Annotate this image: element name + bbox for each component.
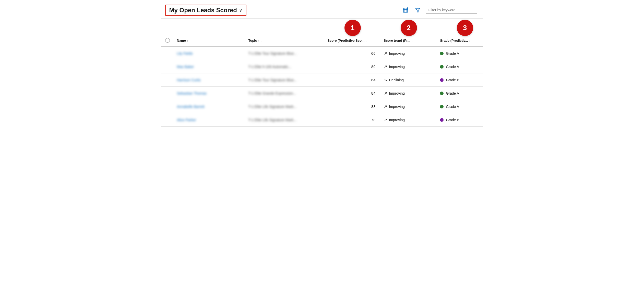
row-checkbox-cell [161,50,174,57]
row-trend: ↗ Improving [381,114,437,125]
table-row: Harrison Curtis T-1 Elite Tour Signature… [161,73,483,87]
table-row: Lily Fields T-1 Elite Tour Signature Blu… [161,47,483,60]
row-grade: Grade A [437,62,493,72]
row-checkbox-cell [161,117,174,123]
row-score: 64 [325,75,381,85]
grade-label: Grade A [446,105,459,109]
grade-label: Grade A [446,91,459,95]
row-score: 66 [325,48,381,59]
table-row: Sebastian Thomas T-1 Elite Grande Expres… [161,87,483,100]
col-header-topic[interactable]: Topic ↑ ↓ [245,37,325,44]
trend-up-arrow: ↗ [384,91,387,96]
annotation-bubble-3: 3 [457,20,473,36]
header-actions [401,6,477,14]
sort-icon-trend: ↓ [411,39,413,42]
trend-up-arrow: ↗ [384,104,387,109]
grade-dot [440,65,444,69]
row-grade: Grade B [437,115,493,125]
trend-up-arrow: ↗ [384,64,387,69]
row-score: 84 [325,88,381,98]
svg-rect-0 [403,8,408,13]
select-all-checkbox[interactable] [165,38,170,43]
row-checkbox-cell [161,90,174,96]
view-title-wrapper[interactable]: My Open Leads Scored ∨ [165,5,246,16]
bubble-col-2: 2 [381,20,437,36]
header-row: My Open Leads Scored ∨ [161,0,483,19]
annotation-bubble-1: 1 [344,20,361,36]
sort-icon-score: ↓ [365,39,367,42]
row-topic: T-1 Elite Life Signature Mark... [245,115,325,125]
bubble-col-3: 3 [437,20,493,36]
table-row: Alice Parker T-1 Elite Life Signature Ma… [161,113,483,127]
keyword-filter-input[interactable] [426,6,477,14]
row-name[interactable]: Alice Parker [174,115,245,125]
trend-label: Improving [389,118,405,122]
row-name[interactable]: Max Baker [174,62,245,72]
view-title: My Open Leads Scored [169,7,237,14]
col-header-score[interactable]: Score (Predictive Sco... ↓ [325,37,381,44]
col-header-checkbox [161,36,174,45]
table-row: Annabelle Barrett T-1 Elite Life Signatu… [161,100,483,113]
row-checkbox-cell [161,104,174,110]
bubbles-row: 1 2 3 [161,19,483,36]
row-name[interactable]: Lily Fields [174,48,245,59]
page-container: My Open Leads Scored ∨ [161,0,483,127]
trend-up-arrow: ↗ [384,117,387,122]
row-score: 88 [325,101,381,112]
filter-icon [415,7,421,13]
row-name[interactable]: Annabelle Barrett [174,102,245,112]
col-header-name[interactable]: Name ↓ [174,37,245,44]
row-grade: Grade A [437,48,493,59]
columns-icon [403,7,408,13]
row-trend: ↗ Improving [381,48,437,59]
svg-point-5 [407,7,408,9]
trend-label: Improving [389,65,405,69]
sort-icon-topic: ↑ [258,39,259,42]
row-trend: ↗ Improving [381,61,437,72]
table-row: Max Baker T-1 Elite h-100 Automatic... 8… [161,60,483,73]
row-name[interactable]: Harrison Curtis [174,75,245,85]
grade-dot [440,118,444,122]
row-checkbox-cell [161,77,174,83]
grade-label: Grade A [446,65,459,69]
annotation-bubble-2: 2 [401,20,417,36]
row-topic: T-1 Elite Grande Expression... [245,88,325,98]
sort-icon-name: ↓ [187,39,188,42]
grade-dot [440,52,444,55]
col-header-grade[interactable]: Grade (Predictiv... ↓ [437,37,493,44]
row-trend: ↘ Declining [381,74,437,85]
trend-label: Declining [389,78,404,82]
row-grade: Grade B [437,75,493,85]
row-trend: ↗ Improving [381,88,437,99]
row-grade: Grade A [437,102,493,112]
row-topic: T-1 Elite h-100 Automatic... [245,62,325,72]
column-headers: Name ↓ Topic ↑ ↓ Score (Predictive Sco..… [161,36,483,47]
grade-label: Grade A [446,51,459,55]
trend-up-arrow: ↗ [384,51,387,56]
row-topic: T-1 Elite Life Signature Mark... [245,102,325,112]
trend-label: Improving [389,51,405,55]
sort-icon-topic-2: ↓ [260,39,262,42]
grade-dot [440,105,444,108]
col-header-trend[interactable]: Score trend (Pr... ↓ [381,37,437,44]
grade-label: Grade B [446,78,459,82]
row-score: 78 [325,115,381,125]
svg-marker-6 [415,8,420,12]
row-topic: T-1 Elite Tour Signature Blue... [245,75,325,85]
row-trend: ↗ Improving [381,101,437,112]
sort-icon-grade: ↓ [469,39,471,42]
grade-label: Grade B [446,118,459,122]
columns-settings-button[interactable] [401,6,410,14]
filter-button[interactable] [414,6,422,14]
row-topic: T-1 Elite Tour Signature Blue... [245,48,325,59]
row-score: 89 [325,61,381,72]
row-checkbox-cell [161,64,174,70]
row-name[interactable]: Sebastian Thomas [174,88,245,98]
trend-down-arrow: ↘ [384,77,387,82]
grade-dot [440,92,444,95]
trend-label: Improving [389,91,405,95]
trend-label: Improving [389,105,405,109]
bubble-col-1: 1 [325,20,381,36]
grade-dot [440,78,444,82]
row-grade: Grade A [437,88,493,98]
